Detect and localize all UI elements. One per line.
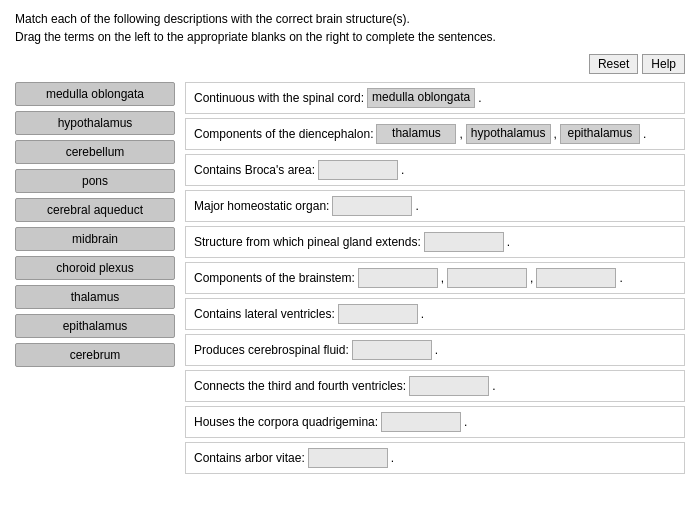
drop-box[interactable]	[381, 412, 461, 432]
help-button[interactable]: Help	[642, 54, 685, 74]
sentence-row: Components of the diencephalon: thalamus…	[185, 118, 685, 150]
instructions: Match each of the following descriptions…	[15, 10, 685, 46]
instruction-line1: Match each of the following descriptions…	[15, 10, 685, 28]
sentence-prefix: Structure from which pineal gland extend…	[194, 235, 421, 249]
sentence-prefix: Continuous with the spinal cord:	[194, 91, 364, 105]
sentence-prefix: Components of the diencephalon:	[194, 127, 373, 141]
reset-button[interactable]: Reset	[589, 54, 638, 74]
sentence-row: Continuous with the spinal cord: medulla…	[185, 82, 685, 114]
sentence-period: .	[391, 451, 394, 465]
drop-box[interactable]: hypothalamus	[466, 124, 551, 144]
drop-box[interactable]	[318, 160, 398, 180]
drop-box[interactable]	[332, 196, 412, 216]
instruction-line2: Drag the terms on the left to the approp…	[15, 28, 685, 46]
separator: ,	[441, 271, 444, 285]
drop-box[interactable]	[338, 304, 418, 324]
sentence-period: .	[492, 379, 495, 393]
drop-box[interactable]	[447, 268, 527, 288]
sentence-prefix: Produces cerebrospinal fluid:	[194, 343, 349, 357]
sentence-row: Contains arbor vitae: .	[185, 442, 685, 474]
sentence-period: .	[401, 163, 404, 177]
drop-box[interactable]	[308, 448, 388, 468]
sentence-row: Produces cerebrospinal fluid: .	[185, 334, 685, 366]
drop-box[interactable]	[536, 268, 616, 288]
top-buttons: Reset Help	[15, 54, 685, 74]
term-chip[interactable]: cerebral aqueduct	[15, 198, 175, 222]
term-chip[interactable]: epithalamus	[15, 314, 175, 338]
sentence-prefix: Connects the third and fourth ventricles…	[194, 379, 406, 393]
sentence-period: .	[507, 235, 510, 249]
sentence-row: Connects the third and fourth ventricles…	[185, 370, 685, 402]
sentence-row: Houses the corpora quadrigemina: .	[185, 406, 685, 438]
separator: ,	[530, 271, 533, 285]
term-chip[interactable]: cerebrum	[15, 343, 175, 367]
sentence-period: .	[643, 127, 646, 141]
sentence-period: .	[619, 271, 622, 285]
drop-box[interactable]: medulla oblongata	[367, 88, 475, 108]
sentence-row: Components of the brainstem: , , .	[185, 262, 685, 294]
sentence-period: .	[464, 415, 467, 429]
sentence-prefix: Houses the corpora quadrigemina:	[194, 415, 378, 429]
sentence-prefix: Major homeostatic organ:	[194, 199, 329, 213]
left-panel: medulla oblongatahypothalamuscerebellump…	[15, 82, 175, 474]
drop-box[interactable]	[358, 268, 438, 288]
sentence-prefix: Contains arbor vitae:	[194, 451, 305, 465]
separator: ,	[459, 127, 462, 141]
sentence-row: Contains lateral ventricles: .	[185, 298, 685, 330]
sentence-period: .	[415, 199, 418, 213]
drop-box[interactable]	[352, 340, 432, 360]
main-area: medulla oblongatahypothalamuscerebellump…	[15, 82, 685, 474]
sentence-prefix: Contains lateral ventricles:	[194, 307, 335, 321]
sentence-period: .	[435, 343, 438, 357]
drop-box[interactable]	[424, 232, 504, 252]
sentence-row: Structure from which pineal gland extend…	[185, 226, 685, 258]
drop-box[interactable]	[409, 376, 489, 396]
term-chip[interactable]: choroid plexus	[15, 256, 175, 280]
term-chip[interactable]: midbrain	[15, 227, 175, 251]
sentence-period: .	[421, 307, 424, 321]
term-chip[interactable]: cerebellum	[15, 140, 175, 164]
term-chip[interactable]: medulla oblongata	[15, 82, 175, 106]
term-chip[interactable]: hypothalamus	[15, 111, 175, 135]
separator: ,	[554, 127, 557, 141]
drop-box[interactable]: thalamus	[376, 124, 456, 144]
sentence-period: .	[478, 91, 481, 105]
sentence-prefix: Contains Broca's area:	[194, 163, 315, 177]
drop-box[interactable]: epithalamus	[560, 124, 640, 144]
term-chip[interactable]: thalamus	[15, 285, 175, 309]
sentence-prefix: Components of the brainstem:	[194, 271, 355, 285]
sentence-row: Contains Broca's area: .	[185, 154, 685, 186]
right-panel: Continuous with the spinal cord: medulla…	[185, 82, 685, 474]
term-chip[interactable]: pons	[15, 169, 175, 193]
sentence-row: Major homeostatic organ: .	[185, 190, 685, 222]
